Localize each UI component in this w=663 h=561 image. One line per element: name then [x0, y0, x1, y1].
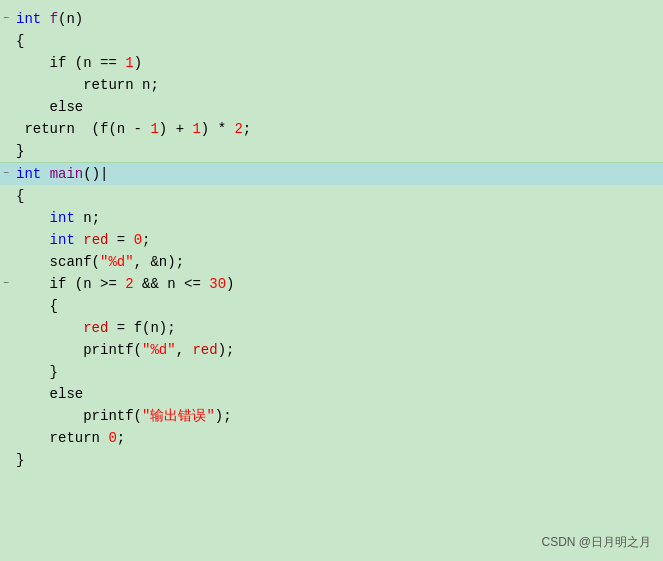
- code-editor: − int f(n) { if (n == 1) return n; else …: [0, 0, 663, 561]
- line-content-18: else: [12, 383, 663, 405]
- code-line-5: else: [0, 96, 663, 118]
- gutter-17: [0, 366, 12, 378]
- gutter-9: [0, 190, 12, 202]
- gutter-20: [0, 432, 12, 444]
- line-content-14: {: [12, 295, 663, 317]
- code-line-19: printf("输出错误");: [0, 405, 663, 427]
- code-line-7: }: [0, 140, 663, 162]
- code-line-18: else: [0, 383, 663, 405]
- line-content-1: int f(n): [12, 8, 663, 30]
- line-content-19: printf("输出错误");: [12, 405, 663, 427]
- gutter-3: [0, 57, 12, 69]
- line-content-15: red = f(n);: [12, 317, 663, 339]
- code-line-9: {: [0, 185, 663, 207]
- code-line-2: {: [0, 30, 663, 52]
- line-content-10: int n;: [12, 207, 663, 229]
- code-line-16: printf("%d", red);: [0, 339, 663, 361]
- line-content-6: return (f(n - 1) + 1) * 2;: [12, 118, 663, 140]
- code-line-11: int red = 0;: [0, 229, 663, 251]
- gutter-6: [0, 123, 12, 135]
- line-content-7: }: [12, 140, 663, 162]
- code-line-6: return (f(n - 1) + 1) * 2;: [0, 118, 663, 140]
- watermark: CSDN @日月明之月: [541, 534, 651, 551]
- code-line-12: scanf("%d", &n);: [0, 251, 663, 273]
- line-content-11: int red = 0;: [12, 229, 663, 251]
- code-line-13: − if (n >= 2 && n <= 30): [0, 273, 663, 295]
- gutter-11: [0, 234, 12, 246]
- gutter-10: [0, 212, 12, 224]
- collapse-icon-1[interactable]: −: [0, 13, 12, 25]
- gutter-16: [0, 344, 12, 356]
- gutter-15: [0, 322, 12, 334]
- line-content-4: return n;: [12, 74, 663, 96]
- line-content-8: int main()|: [12, 163, 663, 185]
- line-content-3: if (n == 1): [12, 52, 663, 74]
- code-line-20: return 0;: [0, 427, 663, 449]
- gutter-14: [0, 300, 12, 312]
- code-line-14: {: [0, 295, 663, 317]
- code-line-4: return n;: [0, 74, 663, 96]
- gutter-12: [0, 256, 12, 268]
- code-line-10: int n;: [0, 207, 663, 229]
- line-content-5: else: [12, 96, 663, 118]
- gutter-4: [0, 79, 12, 91]
- line-content-16: printf("%d", red);: [12, 339, 663, 361]
- gutter-7: [0, 145, 12, 157]
- line-content-2: {: [12, 30, 663, 52]
- line-content-17: }: [12, 361, 663, 383]
- line-content-12: scanf("%d", &n);: [12, 251, 663, 273]
- collapse-icon-13[interactable]: −: [0, 278, 12, 290]
- line-content-13: if (n >= 2 && n <= 30): [12, 273, 663, 295]
- code-line-21: }: [0, 449, 663, 471]
- code-line-15: red = f(n);: [0, 317, 663, 339]
- collapse-icon-8[interactable]: −: [0, 168, 12, 180]
- code-line-1: − int f(n): [0, 8, 663, 30]
- gutter-19: [0, 410, 12, 422]
- gutter-18: [0, 388, 12, 400]
- gutter-5: [0, 101, 12, 113]
- code-line-3: if (n == 1): [0, 52, 663, 74]
- line-content-21: }: [12, 449, 663, 471]
- gutter-2: [0, 35, 12, 47]
- code-line-17: }: [0, 361, 663, 383]
- code-line-8: − int main()|: [0, 163, 663, 185]
- line-content-20: return 0;: [12, 427, 663, 449]
- line-content-9: {: [12, 185, 663, 207]
- gutter-21: [0, 454, 12, 466]
